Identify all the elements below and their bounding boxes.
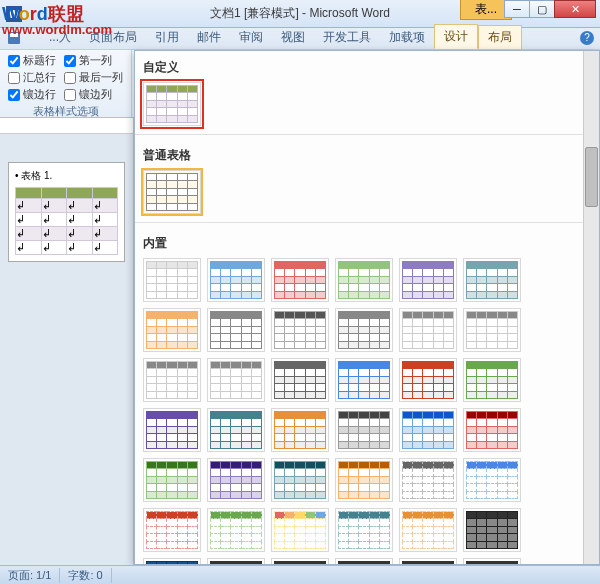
style-builtin-22[interactable] xyxy=(399,408,457,452)
status-page[interactable]: 页面: 1/1 xyxy=(0,568,60,583)
tab-insert[interactable]: ...入 xyxy=(40,26,80,49)
style-builtin-35[interactable] xyxy=(463,508,521,552)
style-builtin-31[interactable] xyxy=(207,508,265,552)
svg-rect-3 xyxy=(10,33,18,37)
style-builtin-11[interactable] xyxy=(463,308,521,352)
style-builtin-15[interactable] xyxy=(335,358,393,402)
save-icon[interactable] xyxy=(6,30,22,46)
style-plain-1[interactable] xyxy=(143,170,201,214)
style-builtin-18[interactable] xyxy=(143,408,201,452)
gallery-scrollbar[interactable] xyxy=(583,51,599,564)
ribbon-tabs: ...入 页面布局 引用 邮件 审阅 视图 开发工具 加载项 设计 布局 ? xyxy=(0,28,600,50)
style-builtin-28[interactable] xyxy=(399,458,457,502)
table-styles-gallery: 自定义 普通表格 内置 修改表格样式(M)... 清除(C) xyxy=(134,50,600,565)
style-builtin-20[interactable] xyxy=(271,408,329,452)
style-builtin-0[interactable] xyxy=(143,258,201,302)
status-bar: 页面: 1/1 字数: 0 xyxy=(0,565,600,584)
style-builtin-1[interactable] xyxy=(207,258,265,302)
style-builtin-16[interactable] xyxy=(399,358,457,402)
close-button[interactable]: ✕ xyxy=(554,0,596,18)
tab-page-layout[interactable]: 页面布局 xyxy=(80,26,146,49)
style-builtin-36[interactable] xyxy=(143,558,201,564)
style-builtin-33[interactable] xyxy=(335,508,393,552)
document-area: • 表格 1. ↲↲↲↲ ↲↲↲↲ ↲↲↲↲ ↲↲↲↲ xyxy=(0,118,134,565)
style-builtin-7[interactable] xyxy=(207,308,265,352)
style-builtin-2[interactable] xyxy=(271,258,329,302)
chk-banded-row[interactable]: 镶边行 xyxy=(8,87,56,102)
style-builtin-32[interactable] xyxy=(271,508,329,552)
word-app-icon: W xyxy=(6,6,22,22)
gallery-section-custom: 自定义 xyxy=(143,59,575,76)
style-custom-1[interactable] xyxy=(143,82,201,126)
chk-header-row[interactable]: 标题行 xyxy=(8,53,56,68)
style-builtin-40[interactable] xyxy=(399,558,457,564)
maximize-button[interactable]: ▢ xyxy=(529,0,555,18)
tab-table-layout[interactable]: 布局 xyxy=(478,25,522,49)
style-builtin-39[interactable] xyxy=(335,558,393,564)
style-builtin-13[interactable] xyxy=(207,358,265,402)
style-builtin-37[interactable] xyxy=(207,558,265,564)
help-icon[interactable]: ? xyxy=(580,31,594,45)
tab-table-design[interactable]: 设计 xyxy=(434,24,478,49)
tab-review[interactable]: 审阅 xyxy=(230,26,272,49)
style-builtin-17[interactable] xyxy=(463,358,521,402)
style-builtin-29[interactable] xyxy=(463,458,521,502)
gallery-section-plain: 普通表格 xyxy=(143,147,575,164)
style-builtin-10[interactable] xyxy=(399,308,457,352)
chk-total-row[interactable]: 汇总行 xyxy=(8,70,56,85)
style-builtin-9[interactable] xyxy=(335,308,393,352)
style-builtin-26[interactable] xyxy=(271,458,329,502)
style-builtin-34[interactable] xyxy=(399,508,457,552)
document-page[interactable]: • 表格 1. ↲↲↲↲ ↲↲↲↲ ↲↲↲↲ ↲↲↲↲ xyxy=(8,162,125,262)
tab-references[interactable]: 引用 xyxy=(146,26,188,49)
chk-first-col[interactable]: 第一列 xyxy=(64,53,123,68)
style-builtin-3[interactable] xyxy=(335,258,393,302)
document-table[interactable]: ↲↲↲↲ ↲↲↲↲ ↲↲↲↲ ↲↲↲↲ xyxy=(15,187,118,255)
style-builtin-6[interactable] xyxy=(143,308,201,352)
style-builtin-38[interactable] xyxy=(271,558,329,564)
style-builtin-41[interactable] xyxy=(463,558,521,564)
style-builtin-23[interactable] xyxy=(463,408,521,452)
window-title: 文档1 [兼容模式] - Microsoft Word xyxy=(210,5,390,22)
style-builtin-27[interactable] xyxy=(335,458,393,502)
gallery-section-builtin: 内置 xyxy=(143,235,575,252)
style-builtin-19[interactable] xyxy=(207,408,265,452)
table-style-options-group: 标题行 第一列 汇总行 最后一列 镶边行 镶边列 表格样式选项 xyxy=(0,50,132,117)
style-builtin-25[interactable] xyxy=(207,458,265,502)
ruler xyxy=(0,118,133,134)
tab-developer[interactable]: 开发工具 xyxy=(314,26,380,49)
minimize-button[interactable]: ─ xyxy=(504,0,530,18)
group-label-table-options: 表格样式选项 xyxy=(8,102,123,119)
table-caption: • 表格 1. xyxy=(15,169,118,183)
status-words[interactable]: 字数: 0 xyxy=(60,568,111,583)
style-builtin-24[interactable] xyxy=(143,458,201,502)
style-builtin-14[interactable] xyxy=(271,358,329,402)
chk-last-col[interactable]: 最后一列 xyxy=(64,70,123,85)
tab-addins[interactable]: 加载项 xyxy=(380,26,434,49)
style-builtin-4[interactable] xyxy=(399,258,457,302)
svg-text:W: W xyxy=(9,9,19,20)
style-builtin-5[interactable] xyxy=(463,258,521,302)
tab-mailings[interactable]: 邮件 xyxy=(188,26,230,49)
style-builtin-8[interactable] xyxy=(271,308,329,352)
chk-banded-col[interactable]: 镶边列 xyxy=(64,87,123,102)
title-bar: W 文档1 [兼容模式] - Microsoft Word 表... ─ ▢ ✕ xyxy=(0,0,600,28)
tab-view[interactable]: 视图 xyxy=(272,26,314,49)
style-builtin-12[interactable] xyxy=(143,358,201,402)
style-builtin-21[interactable] xyxy=(335,408,393,452)
style-builtin-30[interactable] xyxy=(143,508,201,552)
